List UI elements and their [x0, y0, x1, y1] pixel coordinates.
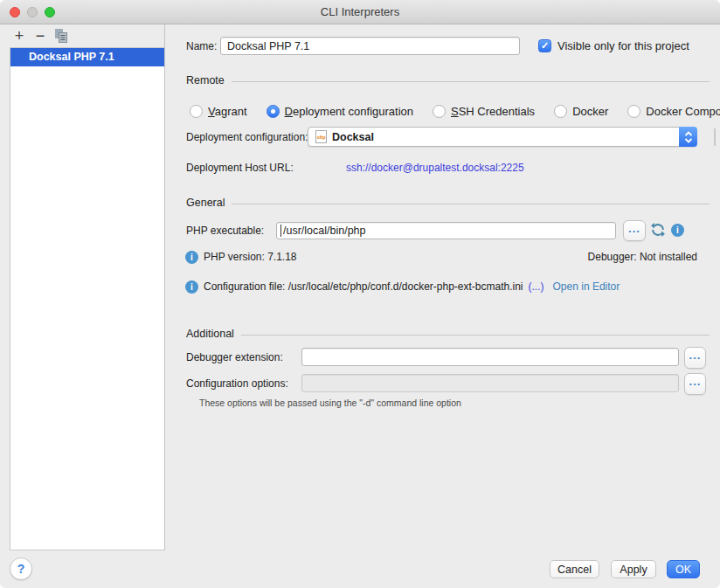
section-rule	[232, 81, 710, 82]
radio-vagrant[interactable]: Vagrant	[190, 105, 247, 118]
configuration-options-input	[301, 374, 679, 392]
php-executable-input[interactable]	[276, 222, 616, 239]
configuration-file-more-link[interactable]: (...)	[529, 280, 544, 293]
visible-only-label[interactable]: Visible only for this project	[557, 38, 689, 55]
php-executable-label: PHP executable:	[186, 222, 264, 239]
remote-type-radio-group: Vagrant Deployment configuration SSH Cre…	[190, 102, 720, 120]
refresh-icon	[650, 222, 666, 238]
sftp-icon: sftp	[315, 130, 327, 143]
list-item-docksal-php[interactable]: Docksal PHP 7.1	[10, 48, 164, 66]
configuration-file-row: i Configuration file: /usr/local/etc/php…	[185, 278, 720, 295]
php-version-text: PHP version: 7.1.18	[204, 251, 297, 263]
copy-icon	[53, 28, 68, 44]
radio-circle	[433, 105, 446, 118]
chevron-up-down-icon	[684, 131, 693, 143]
remote-section-header: Remote	[186, 73, 710, 87]
radio-circle	[627, 105, 640, 118]
interpreter-list	[10, 47, 165, 550]
cancel-button[interactable]: Cancel	[550, 560, 599, 578]
deployment-configuration-value: Docksal	[332, 131, 374, 143]
zoom-button[interactable]	[45, 7, 55, 17]
general-section-header: General	[186, 196, 710, 210]
sidebar-divider	[164, 24, 165, 550]
deployment-configuration-select[interactable]: sftp Docksal	[308, 127, 697, 147]
php-executable-browse-button[interactable]: ...	[623, 220, 646, 241]
close-button[interactable]	[10, 7, 20, 17]
info-icon: i	[671, 224, 684, 237]
radio-circle-selected	[267, 105, 280, 118]
svg-text:sftp: sftp	[316, 135, 326, 140]
debugger-status-text: Debugger: Not installed	[588, 248, 697, 266]
radio-deployment-configuration[interactable]: Deployment configuration	[267, 105, 413, 118]
remove-interpreter-button[interactable]: −	[32, 27, 48, 45]
question-mark-icon: ?	[17, 562, 25, 576]
radio-docker-compose[interactable]: Docker Compose	[627, 105, 720, 118]
cli-interpreters-dialog: CLI Interpreters + − Docksal PHP 7.1 Nam…	[0, 0, 720, 588]
radio-label: Docker	[572, 105, 608, 118]
visible-only-checkbox[interactable]: ✓	[538, 39, 551, 52]
debugger-extension-label: Debugger extension:	[186, 349, 283, 366]
ok-button[interactable]: OK	[667, 560, 700, 578]
name-label: Name:	[186, 38, 217, 55]
remote-section-title: Remote	[186, 74, 225, 86]
additional-section-title: Additional	[186, 328, 234, 340]
help-button[interactable]: ?	[10, 557, 32, 580]
text-caret	[280, 225, 281, 237]
radio-label: Deployment configuration	[285, 105, 413, 118]
info-icon: i	[185, 251, 198, 264]
section-rule	[232, 204, 710, 204]
configuration-options-label: Configuration options:	[186, 375, 288, 392]
window-title: CLI Interpreters	[0, 0, 720, 24]
radio-circle	[190, 105, 203, 118]
name-input[interactable]	[220, 37, 520, 55]
check-icon: ✓	[541, 40, 549, 51]
select-stepper[interactable]	[679, 127, 697, 147]
titlebar[interactable]: CLI Interpreters	[0, 0, 720, 24]
deployment-host-url-label: Deployment Host URL:	[186, 159, 294, 176]
radio-label: Docker Compose	[646, 105, 720, 118]
deployment-host-url-value: ssh://docker@drupaltest.docksal:2225	[346, 159, 524, 176]
options-note: These options will be passed using the "…	[199, 398, 461, 408]
apply-button[interactable]: Apply	[611, 560, 656, 578]
deployment-configuration-label: Deployment configuration:	[186, 128, 308, 146]
debugger-extension-browse-button[interactable]: ...	[684, 347, 706, 369]
copy-interpreter-button[interactable]	[53, 28, 68, 46]
additional-section-header: Additional	[186, 327, 710, 341]
open-in-editor-link[interactable]: Open in Editor	[553, 280, 620, 293]
radio-label: Vagrant	[208, 105, 247, 118]
general-section-title: General	[186, 197, 225, 209]
clipped-element-edge	[714, 128, 716, 146]
section-rule	[241, 335, 710, 336]
minus-icon: −	[36, 27, 45, 45]
radio-circle	[554, 105, 567, 118]
plus-icon: +	[15, 27, 24, 45]
add-interpreter-button[interactable]: +	[11, 27, 27, 45]
radio-docker[interactable]: Docker	[554, 105, 608, 118]
configuration-file-text: Configuration file: /usr/local/etc/php/c…	[204, 280, 523, 293]
radio-label: SSH Credentials	[451, 105, 535, 118]
php-version-row: i PHP version: 7.1.18	[185, 248, 528, 266]
debugger-extension-input[interactable]	[301, 348, 679, 366]
info-icon: i	[185, 280, 198, 294]
configuration-options-browse-button[interactable]: ...	[684, 373, 706, 395]
reload-phpinfo-button[interactable]	[650, 222, 666, 240]
minimize-button[interactable]	[27, 7, 38, 17]
radio-ssh-credentials[interactable]: SSH Credentials	[433, 105, 535, 118]
